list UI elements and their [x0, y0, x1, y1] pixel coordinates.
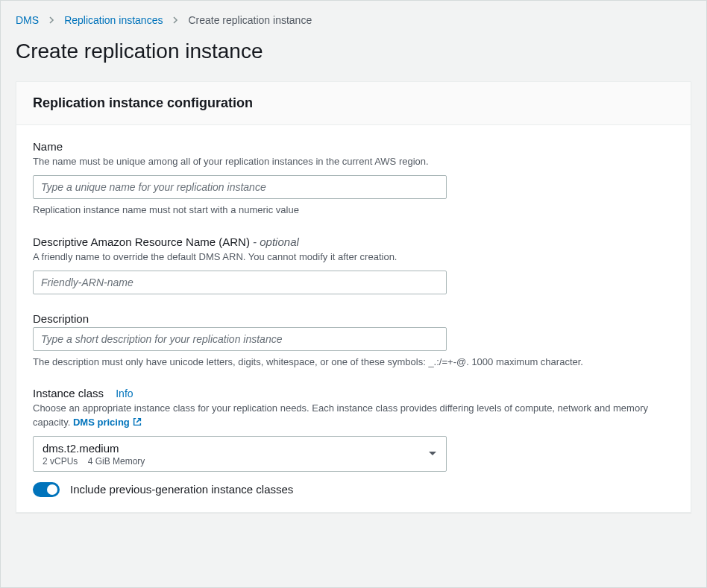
breadcrumb-dms-link[interactable]: DMS — [16, 14, 39, 26]
arn-label: Descriptive Amazon Resource Name (ARN) -… — [33, 235, 674, 248]
dms-pricing-link[interactable]: DMS pricing — [73, 417, 142, 428]
instance-class-field: Instance class Info Choose an appropriat… — [33, 387, 674, 496]
include-previous-gen-toggle[interactable] — [33, 482, 60, 497]
instance-class-selected-sub: 2 vCPUs 4 GiB Memory — [43, 456, 145, 467]
caret-down-icon — [428, 451, 437, 457]
breadcrumb-current: Create replication instance — [188, 14, 312, 26]
name-description: The name must be unique among all of you… — [33, 155, 674, 169]
panel-heading: Replication instance configuration — [33, 95, 674, 111]
panel-body: Name The name must be unique among all o… — [16, 125, 691, 512]
instance-class-selected-value: dms.t2.medium — [43, 441, 145, 456]
instance-class-select[interactable]: dms.t2.medium 2 vCPUs 4 GiB Memory — [33, 436, 447, 472]
arn-field: Descriptive Amazon Resource Name (ARN) -… — [33, 235, 674, 294]
name-input[interactable] — [33, 175, 447, 199]
breadcrumb-replication-instances-link[interactable]: Replication instances — [64, 14, 163, 26]
include-previous-gen-row: Include previous-generation instance cla… — [33, 482, 674, 497]
description-field: Description The description must only ha… — [33, 312, 674, 370]
breadcrumb: DMS Replication instances Create replica… — [1, 1, 706, 26]
arn-label-text: Descriptive Amazon Resource Name (ARN) — [33, 235, 250, 248]
name-label: Name — [33, 140, 674, 153]
arn-input[interactable] — [33, 271, 447, 294]
description-input[interactable] — [33, 327, 447, 351]
description-label: Description — [33, 312, 674, 325]
external-link-icon — [132, 417, 142, 427]
description-hint: The description must only have unicode l… — [33, 355, 674, 370]
replication-instance-configuration-panel: Replication instance configuration Name … — [16, 81, 691, 513]
instance-class-description: Choose an appropriate instance class for… — [33, 402, 674, 430]
panel-header: Replication instance configuration — [16, 82, 691, 125]
instance-class-label: Instance class — [33, 387, 104, 399]
instance-class-info-link[interactable]: Info — [116, 388, 133, 399]
arn-description: A friendly name to override the default … — [33, 250, 674, 265]
name-field: Name The name must be unique among all o… — [33, 140, 674, 218]
chevron-right-icon — [172, 16, 179, 24]
name-hint: Replication instance name must not start… — [33, 203, 674, 218]
arn-optional-text: - optional — [250, 235, 299, 248]
page-title: Create replication instance — [1, 26, 706, 81]
instance-class-label-row: Instance class Info — [33, 387, 674, 399]
include-previous-gen-label: Include previous-generation instance cla… — [70, 483, 293, 496]
chevron-right-icon — [48, 16, 55, 24]
